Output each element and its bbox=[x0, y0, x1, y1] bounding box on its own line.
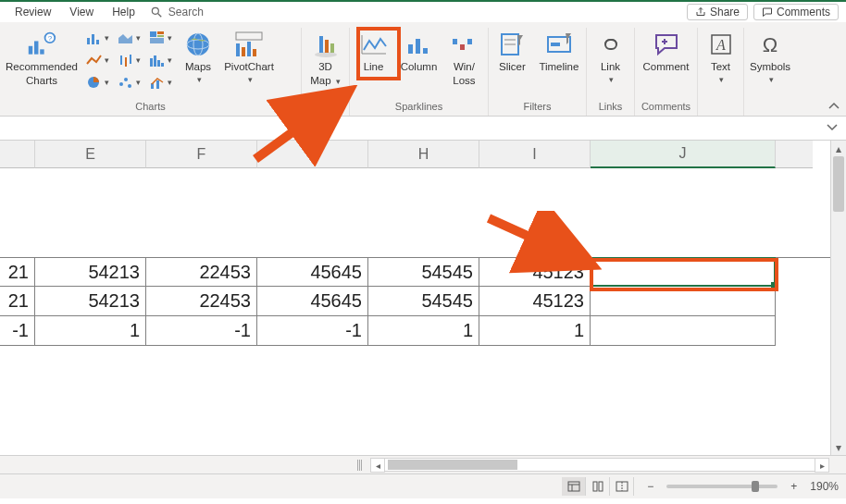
3d-map-button[interactable]: 3D Map ▾ bbox=[305, 28, 345, 89]
tab-view[interactable]: View bbox=[60, 3, 103, 21]
cell[interactable] bbox=[776, 287, 813, 316]
chart-histogram-button[interactable]: ▾ bbox=[146, 50, 174, 70]
col-header-F[interactable]: F bbox=[146, 141, 257, 168]
cell[interactable]: 45123 bbox=[479, 287, 591, 316]
scroll-down-button[interactable]: ▾ bbox=[831, 439, 846, 455]
rows-area: 21 54213 22453 45645 54545 45123 21 5421… bbox=[0, 168, 846, 346]
new-comment-button[interactable]: Comment bbox=[639, 28, 693, 75]
maps-label: Maps bbox=[185, 61, 211, 73]
chart-area-button[interactable]: ▾ bbox=[115, 28, 143, 48]
cell[interactable] bbox=[591, 287, 776, 316]
chart-hierarchy-button[interactable]: ▾ bbox=[146, 28, 174, 48]
col-header-stub[interactable] bbox=[0, 141, 35, 168]
chart-stock-button[interactable]: ▾ bbox=[115, 50, 143, 70]
cell[interactable]: 45645 bbox=[257, 287, 368, 316]
svg-rect-25 bbox=[161, 63, 164, 67]
sparkline-winloss-button[interactable]: Win/ Loss bbox=[444, 28, 484, 89]
tab-review[interactable]: Review bbox=[6, 3, 60, 21]
zoom-slider[interactable] bbox=[666, 485, 778, 488]
cell[interactable]: 54545 bbox=[368, 258, 479, 287]
col-header-J[interactable]: J bbox=[591, 141, 776, 168]
svg-point-15 bbox=[119, 82, 123, 86]
slicer-button[interactable]: Slicer bbox=[492, 28, 532, 75]
vertical-scrollbar[interactable]: ▴ ▾ bbox=[830, 141, 846, 455]
chart-gallery-col2: ▾ ▾ ▾ bbox=[115, 28, 143, 92]
recommended-charts-button[interactable]: ? Recommended Charts bbox=[4, 28, 80, 89]
horizontal-scrollbar[interactable]: ◂ ▸ bbox=[0, 455, 846, 473]
cell[interactable]: 45123 bbox=[479, 258, 591, 287]
view-normal-button[interactable] bbox=[562, 477, 586, 496]
sparkline-line-button[interactable]: Line bbox=[354, 28, 393, 75]
cell[interactable]: 22453 bbox=[146, 258, 257, 287]
hscroll-thumb[interactable] bbox=[388, 460, 517, 470]
text-button[interactable]: A Text ▾ bbox=[702, 28, 740, 86]
cell[interactable]: 54213 bbox=[35, 287, 146, 316]
scroll-track[interactable] bbox=[831, 156, 846, 439]
col-header-H[interactable]: H bbox=[368, 141, 479, 168]
cell[interactable]: 1 bbox=[479, 316, 591, 346]
col-header-tail[interactable] bbox=[776, 141, 813, 168]
cell[interactable]: 1 bbox=[368, 316, 479, 346]
col-header-I[interactable]: I bbox=[479, 141, 591, 168]
cell[interactable]: 1 bbox=[35, 316, 146, 346]
cell[interactable]: -1 bbox=[0, 316, 35, 346]
chart-combo-button[interactable]: ▾ bbox=[146, 72, 174, 92]
tab-help[interactable]: Help bbox=[103, 3, 144, 21]
scroll-thumb[interactable] bbox=[833, 156, 844, 212]
cell-selected[interactable] bbox=[591, 258, 776, 287]
cell[interactable]: 54213 bbox=[35, 258, 146, 287]
cell[interactable]: -1 bbox=[146, 316, 257, 346]
view-page-layout-button[interactable] bbox=[586, 477, 610, 496]
svg-point-28 bbox=[187, 33, 209, 55]
svg-rect-32 bbox=[236, 43, 240, 56]
pivotchart-button[interactable]: PivotChart ▾ bbox=[222, 28, 276, 86]
hscroll-left-button[interactable]: ◂ bbox=[370, 458, 385, 473]
expand-formula-bar-button[interactable] bbox=[826, 121, 839, 132]
text-icon: A bbox=[706, 30, 736, 59]
view-page-break-button[interactable] bbox=[610, 477, 634, 496]
svg-rect-19 bbox=[157, 31, 164, 34]
zoom-level[interactable]: 190% bbox=[810, 480, 839, 493]
cell[interactable]: 21 bbox=[0, 258, 35, 287]
cell[interactable] bbox=[591, 316, 776, 346]
cell[interactable]: -1 bbox=[257, 316, 368, 346]
cell[interactable]: 45645 bbox=[257, 258, 368, 287]
search-box[interactable]: Search bbox=[144, 6, 204, 18]
hscroll-right-button[interactable]: ▸ bbox=[815, 458, 829, 473]
worksheet-grid[interactable]: E F G H I J bbox=[0, 141, 846, 455]
comments-button[interactable]: Comments bbox=[753, 4, 839, 20]
collapse-ribbon-button[interactable] bbox=[827, 101, 840, 112]
zoom-out-button[interactable]: − bbox=[643, 480, 657, 493]
formula-bar-area bbox=[0, 117, 846, 141]
cell[interactable]: 22453 bbox=[146, 287, 257, 316]
col-header-E[interactable]: E bbox=[35, 141, 146, 168]
charts-dialog-launcher[interactable]: ↘ bbox=[287, 102, 298, 113]
chart-pie-button[interactable]: ▾ bbox=[83, 72, 111, 92]
svg-rect-35 bbox=[253, 49, 256, 56]
hscroll-track[interactable] bbox=[370, 458, 829, 472]
cell[interactable]: 21 bbox=[0, 287, 35, 316]
hscroll-splitter[interactable] bbox=[357, 460, 362, 471]
zoom-slider-knob[interactable] bbox=[752, 481, 759, 492]
chart-scatter-button[interactable]: ▾ bbox=[115, 72, 143, 92]
svg-rect-42 bbox=[408, 44, 413, 54]
timeline-button[interactable]: Timeline bbox=[536, 28, 582, 75]
group-tours: 3D Map ▾ Tours bbox=[302, 28, 350, 116]
svg-rect-9 bbox=[96, 40, 99, 44]
share-button[interactable]: Share bbox=[687, 4, 748, 20]
symbols-button[interactable]: Ω Symbols ▾ bbox=[748, 28, 792, 86]
sparkline-column-button[interactable]: Column bbox=[397, 28, 441, 75]
zoom-in-button[interactable]: + bbox=[787, 480, 801, 493]
group-comments: Comment Comments bbox=[635, 28, 698, 116]
cell[interactable]: 54545 bbox=[368, 287, 479, 316]
link-button[interactable]: Link ▾ bbox=[591, 28, 630, 86]
scroll-up-button[interactable]: ▴ bbox=[831, 141, 846, 156]
maps-button[interactable]: Maps ▾ bbox=[178, 28, 218, 86]
cell[interactable] bbox=[776, 258, 813, 287]
timeline-icon bbox=[544, 30, 574, 59]
svg-rect-43 bbox=[416, 39, 420, 54]
chart-line-button[interactable]: ▾ bbox=[83, 50, 111, 70]
col-header-G[interactable]: G bbox=[257, 141, 368, 168]
chart-bar-button[interactable]: ▾ bbox=[83, 28, 111, 48]
cell[interactable] bbox=[776, 316, 813, 346]
